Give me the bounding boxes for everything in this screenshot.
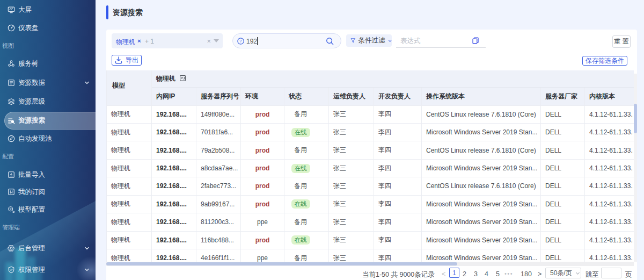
svg-text:?: ? bbox=[239, 39, 241, 44]
